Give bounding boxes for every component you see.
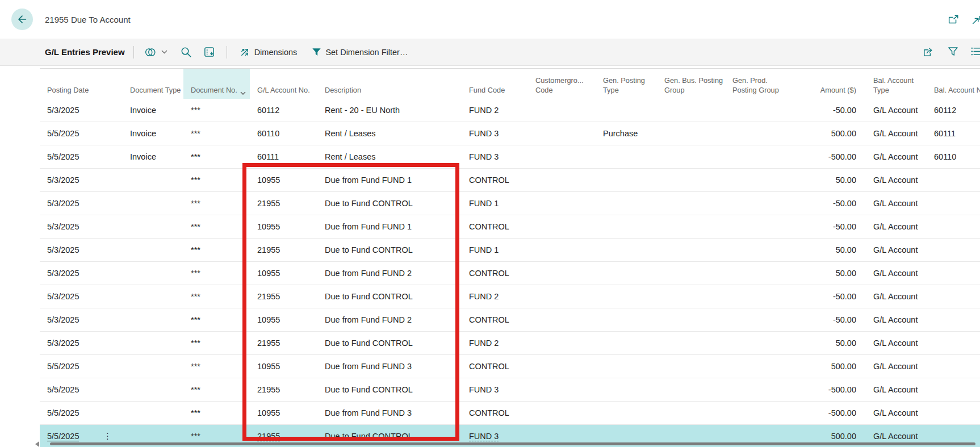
cell-bal-account-no[interactable] bbox=[925, 402, 980, 424]
cell-gen-posting-type[interactable]: Purchase bbox=[596, 122, 657, 145]
cell-fund-code[interactable]: FUND 1 bbox=[462, 239, 528, 261]
cell-description[interactable]: Due from Fund FUND 1 bbox=[317, 215, 462, 238]
cell-gen-posting-type[interactable] bbox=[596, 145, 657, 168]
cell-bal-account-type[interactable]: G/L Account bbox=[857, 332, 925, 354]
cell-gen-prod-posting-group[interactable] bbox=[725, 122, 786, 145]
cell-doc-type[interactable] bbox=[123, 192, 183, 215]
cell-amount[interactable]: -50.00 bbox=[786, 192, 857, 215]
cell-bal-account-type[interactable]: G/L Account bbox=[857, 239, 925, 261]
cell-gen-posting-type[interactable] bbox=[596, 215, 657, 238]
cell-doc-no[interactable]: *** bbox=[183, 308, 250, 331]
cell-customer-group-code[interactable] bbox=[528, 239, 596, 261]
cell-description[interactable]: Rent / Leases bbox=[317, 145, 462, 168]
cell-bal-account-type[interactable]: G/L Account bbox=[857, 145, 925, 168]
cell-amount[interactable]: -500.00 bbox=[786, 378, 857, 401]
cell-doc-type[interactable] bbox=[123, 378, 183, 401]
cell-amount[interactable]: 50.00 bbox=[786, 332, 857, 354]
cell-bal-account-no[interactable] bbox=[925, 378, 980, 401]
cell-customer-group-code[interactable] bbox=[528, 402, 596, 424]
cell-gl-account-no[interactable]: 21955 bbox=[250, 285, 317, 308]
table-row[interactable]: 5/5/2025***21955Due to Fund CONTROLFUND … bbox=[40, 378, 980, 402]
cell-gen-posting-type[interactable] bbox=[596, 192, 657, 215]
cell-fund-code[interactable]: FUND 3 bbox=[462, 378, 528, 401]
cell-description[interactable]: Due from Fund FUND 3 bbox=[317, 355, 462, 378]
choose-columns-icon[interactable] bbox=[970, 46, 980, 57]
cell-bal-account-type[interactable]: G/L Account bbox=[857, 122, 925, 145]
cell-bal-account-no[interactable] bbox=[925, 215, 980, 238]
cell-gen-bus-posting-group[interactable] bbox=[657, 122, 725, 145]
cell-gen-prod-posting-group[interactable] bbox=[725, 215, 786, 238]
cell-doc-type[interactable]: Invoice bbox=[123, 145, 183, 168]
cell-gl-account-no[interactable]: 10955 bbox=[250, 355, 317, 378]
cell-bal-account-type[interactable]: G/L Account bbox=[857, 402, 925, 424]
table-row[interactable]: 5/3/2025***10955Due from Fund FUND 2CONT… bbox=[40, 308, 980, 332]
column-header-doc-no[interactable]: Document No. bbox=[183, 69, 250, 99]
cell-posting-date[interactable]: 5/5/2025 bbox=[40, 402, 123, 424]
cell-gl-account-no[interactable]: 10955 bbox=[250, 402, 317, 424]
share-icon[interactable] bbox=[922, 46, 935, 58]
cell-gl-account-no[interactable]: 21955 bbox=[250, 239, 317, 261]
cell-fund-code[interactable]: FUND 1 bbox=[462, 192, 528, 215]
table-row[interactable]: 5/5/2025Invoice***60111Rent / LeasesFUND… bbox=[40, 145, 980, 169]
cell-fund-code[interactable]: CONTROL bbox=[462, 215, 528, 238]
cell-fund-code[interactable]: FUND 3 bbox=[462, 145, 528, 168]
cell-gl-account-no[interactable]: 10955 bbox=[250, 308, 317, 331]
cell-bal-account-type[interactable]: G/L Account bbox=[857, 215, 925, 238]
cell-gen-posting-type[interactable] bbox=[596, 262, 657, 285]
cell-description[interactable]: Due to Fund CONTROL bbox=[317, 378, 462, 401]
cell-gen-bus-posting-group[interactable] bbox=[657, 99, 725, 122]
table-row[interactable]: 5/5/2025***10955Due from Fund FUND 3CONT… bbox=[40, 355, 980, 378]
cell-amount[interactable]: -50.00 bbox=[786, 215, 857, 238]
horizontal-scrollbar[interactable] bbox=[50, 442, 975, 445]
cell-customer-group-code[interactable] bbox=[528, 308, 596, 331]
cell-description[interactable]: Rent - 20 - EU North bbox=[317, 99, 462, 122]
column-header-posting-date[interactable]: Posting Date bbox=[40, 69, 123, 99]
cell-bal-account-no[interactable] bbox=[925, 332, 980, 354]
cell-bal-account-no[interactable]: 60112 bbox=[925, 99, 980, 122]
column-header-bal-account-type[interactable]: Bal. Account Type bbox=[857, 69, 925, 99]
cell-description[interactable]: Rent / Leases bbox=[317, 122, 462, 145]
cell-gen-bus-posting-group[interactable] bbox=[657, 262, 725, 285]
cell-description[interactable]: Due from Fund FUND 2 bbox=[317, 262, 462, 285]
cell-gl-account-no[interactable]: 21955 bbox=[250, 332, 317, 354]
cell-gen-bus-posting-group[interactable] bbox=[657, 402, 725, 424]
cell-amount[interactable]: 50.00 bbox=[786, 239, 857, 261]
cell-bal-account-type[interactable]: G/L Account bbox=[857, 99, 925, 122]
cell-gl-account-no[interactable]: 10955 bbox=[250, 262, 317, 285]
cell-posting-date[interactable]: 5/5/2025 bbox=[40, 378, 123, 401]
cell-gl-account-no[interactable]: 21955 bbox=[250, 192, 317, 215]
cell-posting-date[interactable]: 5/3/2025 bbox=[40, 262, 123, 285]
cell-gen-posting-type[interactable] bbox=[596, 332, 657, 354]
analyze-icon[interactable] bbox=[203, 46, 215, 58]
set-dimension-filter-button[interactable]: Set Dimension Filter… bbox=[312, 47, 408, 57]
cell-posting-date[interactable]: 5/5/2025 bbox=[40, 355, 123, 378]
cell-doc-no[interactable]: *** bbox=[183, 285, 250, 308]
cell-bal-account-no[interactable] bbox=[925, 169, 980, 191]
cell-gen-prod-posting-group[interactable] bbox=[725, 378, 786, 401]
cell-description[interactable]: Due to Fund CONTROL bbox=[317, 285, 462, 308]
column-header-fund-code[interactable]: Fund Code bbox=[462, 69, 528, 99]
table-row[interactable]: 5/3/2025***21955Due to Fund CONTROLFUND … bbox=[40, 239, 980, 262]
cell-gen-posting-type[interactable] bbox=[596, 99, 657, 122]
cell-bal-account-type[interactable]: G/L Account bbox=[857, 192, 925, 215]
cell-fund-code[interactable]: CONTROL bbox=[462, 262, 528, 285]
scroll-left-arrow-icon[interactable] bbox=[35, 441, 39, 447]
cell-doc-no[interactable]: *** bbox=[183, 122, 250, 145]
cell-customer-group-code[interactable] bbox=[528, 215, 596, 238]
cell-posting-date[interactable]: 5/5/2025 bbox=[40, 122, 123, 145]
column-header-customer-group-code[interactable]: Customergro... Code bbox=[528, 69, 596, 99]
cell-customer-group-code[interactable] bbox=[528, 378, 596, 401]
cell-gen-posting-type[interactable] bbox=[596, 355, 657, 378]
cell-amount[interactable]: -50.00 bbox=[786, 308, 857, 331]
open-in-new-window-icon[interactable] bbox=[947, 14, 960, 26]
cell-gl-account-no[interactable]: 10955 bbox=[250, 169, 317, 191]
cell-bal-account-type[interactable]: G/L Account bbox=[857, 308, 925, 331]
cell-posting-date[interactable]: 5/5/2025 bbox=[40, 145, 123, 168]
table-row[interactable]: 5/3/2025***10955Due from Fund FUND 2CONT… bbox=[40, 262, 980, 285]
table-row[interactable]: 5/3/2025***10955Due from Fund FUND 1CONT… bbox=[40, 169, 980, 192]
cell-doc-no[interactable]: *** bbox=[183, 355, 250, 378]
cell-fund-code[interactable]: FUND 2 bbox=[462, 285, 528, 308]
table-row[interactable]: 5/3/2025***10955Due from Fund FUND 1CONT… bbox=[40, 215, 980, 239]
cell-posting-date[interactable]: 5/3/2025 bbox=[40, 308, 123, 331]
cell-gen-posting-type[interactable] bbox=[596, 285, 657, 308]
